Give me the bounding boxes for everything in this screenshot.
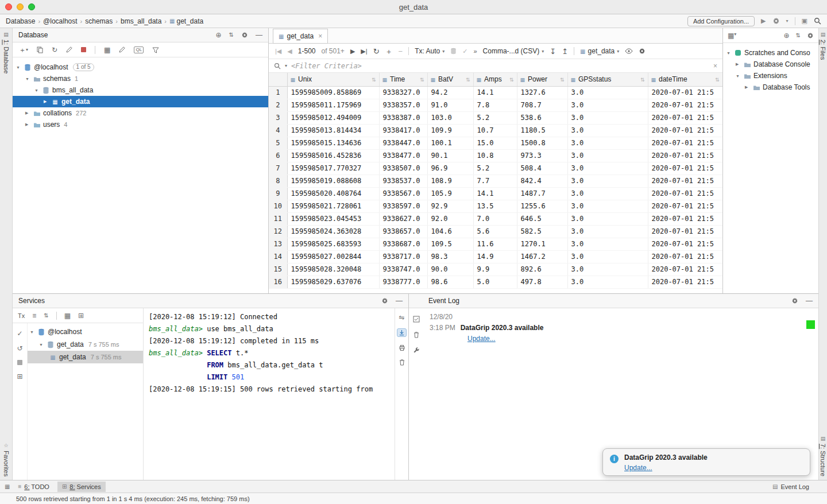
last-page-icon[interactable]: ▶| xyxy=(361,48,367,55)
table-row[interactable]: 11595985009.8588699338327.094.214.11327.… xyxy=(269,86,722,99)
page-range[interactable]: 1-500 xyxy=(298,47,316,55)
open-console-icon[interactable]: QL xyxy=(134,46,144,53)
table-cell[interactable]: 2020-07-01 21:5 xyxy=(648,200,722,212)
clear-console-trash-icon[interactable] xyxy=(399,359,405,366)
table-cell[interactable]: 3.0 xyxy=(567,238,648,250)
table-cell[interactable]: 3.0 xyxy=(567,263,648,276)
table-cell[interactable]: 9338657.0 xyxy=(379,225,427,238)
table-cell[interactable]: 1595985027.002844 xyxy=(287,250,379,263)
column-header-time[interactable]: ▦Time⇅ xyxy=(379,73,427,86)
table-cell[interactable]: 2020-07-01 21:5 xyxy=(648,124,722,137)
table-cell[interactable]: 91.0 xyxy=(427,99,473,111)
wrench-icon[interactable] xyxy=(413,347,420,354)
table-cell[interactable]: 9338327.0 xyxy=(379,86,427,99)
table-cell[interactable]: 1270.1 xyxy=(517,238,567,250)
table-cell[interactable]: 9338687.0 xyxy=(379,238,427,250)
table-cell[interactable]: 1487.7 xyxy=(517,187,567,200)
layout-icon[interactable]: ▣ xyxy=(802,17,807,25)
breadcrumb-item[interactable]: schemas xyxy=(85,17,113,25)
breadcrumb-item[interactable]: ▦get_data xyxy=(169,17,203,25)
table-cell[interactable]: 2020-07-01 21:5 xyxy=(648,162,722,175)
table-cell[interactable]: 14.1 xyxy=(473,86,517,99)
table-cell[interactable]: 1595985021.728061 xyxy=(287,200,379,212)
table-cell[interactable]: 1500.8 xyxy=(517,137,567,149)
table-cell[interactable]: 708.7 xyxy=(517,99,567,111)
gear-icon[interactable] xyxy=(381,297,388,304)
table-row[interactable]: 111595985023.0454539338627.092.07.0646.5… xyxy=(269,212,722,225)
table-cell[interactable]: 5.6 xyxy=(473,225,517,238)
table-cell[interactable]: 92.9 xyxy=(427,200,473,212)
next-page-icon[interactable]: ▶ xyxy=(350,48,355,55)
table-cell[interactable]: 90.1 xyxy=(427,149,473,162)
table-cell[interactable]: 842.4 xyxy=(517,175,567,187)
table-cell[interactable]: 15.0 xyxy=(473,137,517,149)
sort-icon[interactable]: ⇅ xyxy=(466,77,470,83)
table-cell[interactable]: 2020-07-01 21:5 xyxy=(648,86,722,99)
tx-mode-dropdown[interactable]: Tx: Auto▾ xyxy=(415,47,445,55)
tree-item-localhost[interactable]: ▼ @localhost 1 of 5 xyxy=(13,61,268,73)
sort-icon[interactable]: ⇅ xyxy=(44,313,48,319)
collapse-icon[interactable]: ▼ xyxy=(34,88,41,92)
table-cell[interactable]: 98.6 xyxy=(427,276,473,288)
table-row[interactable]: 161595985029.6370769338777.098.65.0497.8… xyxy=(269,276,722,288)
table-cell[interactable]: 9338417.0 xyxy=(379,124,427,137)
table-cell[interactable]: 7.7 xyxy=(473,175,517,187)
scroll-to-end-icon[interactable] xyxy=(397,328,407,337)
table-cell[interactable]: 538.6 xyxy=(517,111,567,124)
table-cell[interactable]: 2020-07-01 21:5 xyxy=(648,238,722,250)
collapse-icon[interactable]: ▼ xyxy=(736,74,743,78)
tree-item-database-console[interactable]: ▶ Database Console xyxy=(723,59,818,70)
table-cell[interactable]: 973.3 xyxy=(517,149,567,162)
service-item-query[interactable]: ▦ get_data 7 s 755 ms xyxy=(28,351,143,363)
table-cell[interactable]: 9338747.0 xyxy=(379,263,427,276)
notification-toast[interactable]: i DataGrip 2020.3 available Update... xyxy=(602,448,810,476)
duplicate-icon[interactable] xyxy=(37,46,43,53)
table-cell[interactable]: 104.6 xyxy=(427,225,473,238)
sort-icon[interactable]: ⇅ xyxy=(509,77,514,83)
table-cell[interactable]: 5.2 xyxy=(473,162,517,175)
export-data-icon[interactable]: ↧ xyxy=(550,48,556,55)
table-row[interactable]: 141595985027.0028449338717.098.314.91467… xyxy=(269,250,722,263)
tree-item-scratches[interactable]: ▼ Scratches and Conso xyxy=(723,47,818,59)
expand-icon[interactable]: ▶ xyxy=(25,122,32,127)
table-cell[interactable]: 1327.6 xyxy=(517,86,567,99)
table-cell[interactable]: 9338477.0 xyxy=(379,149,427,162)
table-cell[interactable]: 2020-07-01 21:5 xyxy=(648,149,722,162)
tx-toggle[interactable]: Tx xyxy=(18,312,25,319)
table-row[interactable]: 71595985017.7703279338507.096.95.2508.43… xyxy=(269,162,722,175)
table-cell[interactable]: 109.9 xyxy=(427,124,473,137)
table-cell[interactable]: 92.0 xyxy=(427,212,473,225)
table-cell[interactable]: 1595985023.045453 xyxy=(287,212,379,225)
table-cell[interactable]: 582.5 xyxy=(517,225,567,238)
table-cell[interactable]: 1595985024.363028 xyxy=(287,225,379,238)
toast-update-link[interactable]: Update... xyxy=(624,464,652,472)
table-cell[interactable]: 892.6 xyxy=(517,263,567,276)
table-cell[interactable]: 9338357.0 xyxy=(379,99,427,111)
table-cell[interactable]: 14.1 xyxy=(473,187,517,200)
structure-stripe-button[interactable]: ▤ 7: Structure xyxy=(820,436,826,476)
table-cell[interactable]: 7.8 xyxy=(473,99,517,111)
table-cell[interactable]: 1595985015.134636 xyxy=(287,137,379,149)
column-header-datetime[interactable]: ▦dateTime⇅ xyxy=(648,73,722,86)
table-row[interactable]: 81595985019.0886089338537.0108.97.7842.4… xyxy=(269,175,722,187)
hide-panel-icon[interactable]: — xyxy=(396,297,403,304)
tool-window-switcher-icon[interactable]: ▦ xyxy=(5,483,10,490)
tree-item-database-tools[interactable]: ▶ Database Tools xyxy=(723,82,818,93)
table-cell[interactable]: 9338717.0 xyxy=(379,250,427,263)
table-cell[interactable]: 3.0 xyxy=(567,212,648,225)
export-format-dropdown[interactable]: Comma-...d (CSV)▾ xyxy=(483,47,544,55)
table-cell[interactable]: 3.0 xyxy=(567,99,648,111)
filter-history-chevron-icon[interactable]: ▾ xyxy=(285,63,287,68)
collapse-icon[interactable]: ▼ xyxy=(726,51,733,55)
table-cell[interactable]: 3.0 xyxy=(567,200,648,212)
expand-icon[interactable]: ▶ xyxy=(745,85,752,90)
sort-icon[interactable]: ⇅ xyxy=(560,77,565,83)
search-everywhere-icon[interactable] xyxy=(814,17,821,25)
sort-icon[interactable]: ⇅ xyxy=(715,77,720,83)
overflow-chevrons-icon[interactable]: » xyxy=(473,48,477,55)
collapse-icon[interactable]: ▼ xyxy=(16,65,23,69)
table-cell[interactable]: 9338597.0 xyxy=(379,200,427,212)
update-link[interactable]: Update... xyxy=(467,335,496,343)
table-cell[interactable]: 5.0 xyxy=(473,276,517,288)
table-cell[interactable]: 2020-07-01 21:5 xyxy=(648,99,722,111)
